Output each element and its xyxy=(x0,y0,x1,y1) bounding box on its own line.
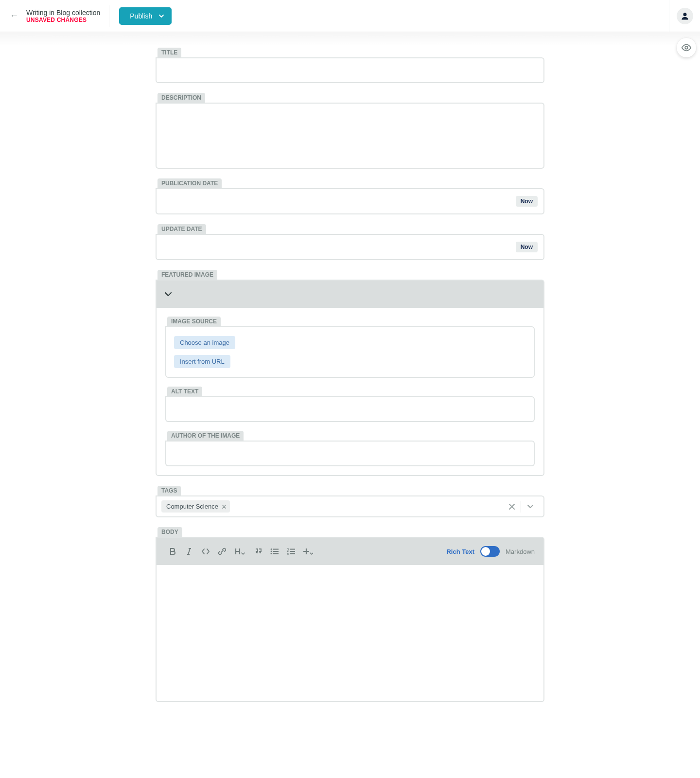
field-update-date: UPDATE DATE Now xyxy=(156,224,544,260)
app-root: ← Writing in Blog collection UNSAVED CHA… xyxy=(0,0,700,770)
input-container: Now xyxy=(156,188,544,214)
description-input[interactable] xyxy=(157,104,543,166)
publish-button[interactable]: Publish xyxy=(119,7,172,25)
save-status: UNSAVED CHANGES xyxy=(26,17,100,23)
user-avatar[interactable] xyxy=(677,8,693,24)
field-label: FEATURED IMAGE xyxy=(158,270,217,280)
user-icon xyxy=(680,11,690,21)
field-label: BODY xyxy=(158,527,182,537)
mode-richtext-label: Rich Text xyxy=(446,548,474,555)
field-label: AUTHOR OF THE IMAGE xyxy=(167,431,244,441)
field-title: TITLE xyxy=(156,48,544,83)
title-input[interactable] xyxy=(157,58,543,82)
bold-button[interactable] xyxy=(165,544,180,559)
field-label: PUBLICATION DATE xyxy=(158,178,222,188)
field-description: DESCRIPTION xyxy=(156,93,544,169)
now-button[interactable]: Now xyxy=(516,196,538,207)
list-numbered-icon xyxy=(287,548,296,555)
tags-input[interactable]: Computer Science xyxy=(156,495,544,517)
eye-icon xyxy=(681,42,692,53)
input-container xyxy=(165,396,535,422)
featured-image-container: IMAGE SOURCE Choose an image Insert from… xyxy=(156,280,544,476)
numbered-list-button[interactable] xyxy=(284,544,298,559)
avatar-container xyxy=(669,0,700,32)
input-container: Now xyxy=(156,234,544,260)
subfield-alt-text: ALT TEXT xyxy=(165,387,535,422)
italic-icon xyxy=(186,548,192,555)
tags-dropdown-toggle[interactable] xyxy=(521,501,539,512)
tag-label: Computer Science xyxy=(166,503,218,510)
preview-toggle[interactable] xyxy=(677,38,696,57)
bold-icon xyxy=(169,548,176,555)
plus-icon xyxy=(303,548,313,555)
featured-image-body: IMAGE SOURCE Choose an image Insert from… xyxy=(157,308,543,466)
subfield-image-source: IMAGE SOURCE Choose an image Insert from… xyxy=(165,317,535,378)
alt-text-input[interactable] xyxy=(166,397,534,421)
tag-chip: Computer Science xyxy=(161,500,230,513)
quote-icon xyxy=(254,548,262,555)
update-date-input[interactable] xyxy=(163,243,516,251)
app-header: ← Writing in Blog collection UNSAVED CHA… xyxy=(0,0,700,32)
caret-down-icon xyxy=(159,15,164,18)
code-icon xyxy=(201,548,210,555)
code-button[interactable] xyxy=(198,544,213,559)
insert-from-url-button[interactable]: Insert from URL xyxy=(174,355,230,368)
quote-button[interactable] xyxy=(251,544,265,559)
list-bulleted-icon xyxy=(270,548,279,555)
input-container xyxy=(156,57,544,83)
heading-icon xyxy=(235,548,245,555)
collection-title: Writing in Blog collection xyxy=(26,9,100,17)
back-arrow-icon[interactable]: ← xyxy=(10,11,18,21)
mode-markdown-label: Markdown xyxy=(506,548,535,555)
publish-label: Publish xyxy=(130,12,152,20)
body-textarea[interactable] xyxy=(157,565,543,701)
choose-image-button[interactable]: Choose an image xyxy=(174,336,235,349)
svg-point-1 xyxy=(685,46,688,49)
field-publication-date: PUBLICATION DATE Now xyxy=(156,178,544,214)
publication-date-input[interactable] xyxy=(163,197,516,206)
heading-button[interactable] xyxy=(231,544,249,559)
remove-tag-icon[interactable] xyxy=(222,505,226,509)
field-label: TAGS xyxy=(158,486,181,495)
field-featured-image: FEATURED IMAGE IMAGE SOURCE Choose an im… xyxy=(156,270,544,476)
svg-point-3 xyxy=(271,551,272,552)
link-icon xyxy=(218,548,226,555)
field-label: UPDATE DATE xyxy=(158,224,206,234)
body-editor: Rich Text Markdown xyxy=(156,537,544,702)
field-label: TITLE xyxy=(158,48,181,57)
form-content: TITLE DESCRIPTION PUBLICATION DATE Now U… xyxy=(156,46,544,770)
subfield-image-author: AUTHOR OF THE IMAGE xyxy=(165,431,535,466)
featured-image-toggle[interactable] xyxy=(157,281,543,308)
bullet-list-button[interactable] xyxy=(267,544,282,559)
field-label: ALT TEXT xyxy=(167,387,202,396)
input-container xyxy=(156,103,544,169)
editor-title-block: Writing in Blog collection UNSAVED CHANG… xyxy=(26,5,109,27)
field-tags: TAGS Computer Science xyxy=(156,486,544,517)
field-body: BODY xyxy=(156,527,544,702)
link-button[interactable] xyxy=(215,544,229,559)
svg-point-4 xyxy=(271,553,272,554)
now-button[interactable]: Now xyxy=(516,242,538,252)
clear-tags-icon[interactable] xyxy=(503,501,521,513)
image-actions: Choose an image Insert from URL xyxy=(165,326,535,378)
input-container xyxy=(165,441,535,466)
field-label: IMAGE SOURCE xyxy=(167,317,221,326)
header-shadow xyxy=(0,32,700,46)
editor-mode-switch: Rich Text Markdown xyxy=(446,546,535,557)
svg-point-0 xyxy=(683,13,686,16)
editor-toolbar: Rich Text Markdown xyxy=(157,538,543,565)
mode-toggle[interactable] xyxy=(480,546,500,557)
tags-controls xyxy=(503,501,539,513)
italic-button[interactable] xyxy=(182,544,196,559)
svg-point-2 xyxy=(271,548,272,550)
chevron-down-icon xyxy=(164,292,172,297)
add-block-button[interactable] xyxy=(300,544,316,559)
image-author-input[interactable] xyxy=(166,442,534,465)
field-label: DESCRIPTION xyxy=(158,93,205,103)
